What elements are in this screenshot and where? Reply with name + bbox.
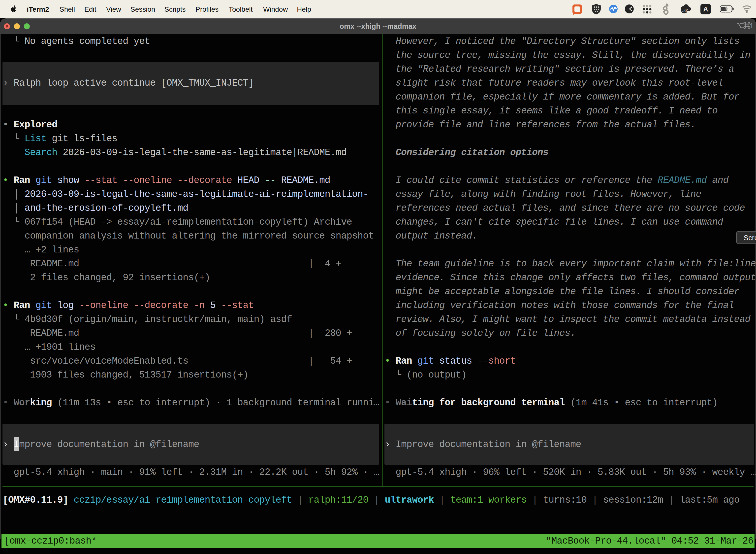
svg-text:..61: ..61 — [682, 8, 689, 13]
